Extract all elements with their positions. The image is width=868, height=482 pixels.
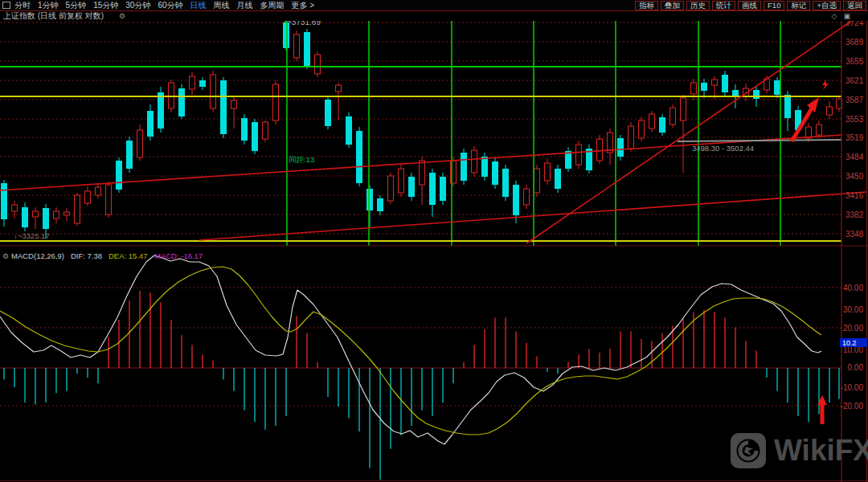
candle: [388, 173, 394, 204]
annotation-label-3: 3498.30 - 3502.44: [692, 144, 754, 153]
tool-button-2[interactable]: 历史: [686, 1, 710, 10]
timeframe-menu: 分时1分钟5分钟15分钟30分钟60分钟日线周线月线多周期更多 >: [14, 0, 321, 10]
timeframe-item-1[interactable]: 1分钟: [38, 0, 59, 10]
timeframe-item-0[interactable]: 分时: [14, 0, 31, 10]
candle: [211, 71, 216, 112]
candle: [294, 31, 300, 61]
candle: [33, 207, 39, 229]
candle: [555, 165, 561, 193]
timeframe-item-5[interactable]: 60分钟: [158, 0, 182, 10]
macd-dif-value: DIF: 7.38: [71, 251, 102, 260]
price-tick: 3587: [845, 96, 864, 104]
annotation-label-1: ↓~3325.17: [14, 231, 50, 240]
candle: [628, 122, 634, 152]
tool-button-0[interactable]: 指标: [635, 1, 658, 10]
price-gridlines: [0, 22, 841, 234]
candle: [399, 165, 404, 197]
candle: [304, 29, 310, 69]
candle: [336, 83, 342, 120]
timeframe-item-6[interactable]: 日线: [190, 0, 207, 10]
window-icon[interactable]: [2, 2, 10, 9]
candle: [366, 185, 373, 227]
trendline: [199, 192, 866, 240]
tool-button-1[interactable]: 叠加: [661, 1, 684, 10]
page-title: 上证指数 (日线 前复权 对数): [3, 11, 104, 21]
candle: [220, 77, 227, 138]
dif-line: [0, 255, 821, 444]
candle: [534, 165, 540, 197]
candle: [346, 112, 352, 148]
gray-range-line: [678, 140, 841, 141]
candle: [325, 96, 331, 129]
timeframe-item-9[interactable]: 多周期: [260, 0, 285, 10]
candle: [649, 111, 655, 132]
diamond-icon[interactable]: ◇: [832, 12, 844, 20]
candle: [263, 120, 268, 142]
macd-tick: 30.00: [843, 305, 863, 314]
candle: [502, 165, 509, 201]
macd-macd-value: MACD: -16.17: [154, 251, 203, 260]
macd-name: MACD(12,26,9): [11, 251, 64, 260]
candle: [722, 71, 728, 96]
annotation-label-0: ↑~3731.69: [283, 21, 321, 27]
candle: [158, 87, 164, 133]
tool-button-5[interactable]: F10: [764, 1, 784, 10]
timeframe-item-2[interactable]: 5分钟: [66, 0, 87, 10]
tool-button-4[interactable]: 画线: [738, 1, 761, 10]
dea-line: [0, 267, 821, 435]
timeframe-item-10[interactable]: 更多 >: [292, 0, 315, 10]
candle: [617, 135, 624, 161]
timeframe-item-4[interactable]: 30分钟: [125, 0, 150, 10]
candle: [681, 95, 686, 173]
timeframe-toolbar: 分时1分钟5分钟15分钟30分钟60分钟日线周线月线多周期更多 > 指标叠加历史…: [0, 0, 868, 11]
candle: [241, 114, 248, 145]
candle: [429, 169, 436, 217]
gear-icon[interactable]: ⚙: [119, 11, 125, 21]
candle: [178, 84, 185, 119]
tool-button-6[interactable]: 标记: [787, 1, 810, 10]
drawn-lines-overlay[interactable]: [0, 21, 868, 246]
candle: [461, 149, 467, 185]
panel-toggle-icon[interactable]: ▣: [843, 12, 857, 20]
macd-dea-value: DEA: 15.47: [108, 251, 148, 260]
candle: [106, 182, 112, 218]
toolbar-right: 指标叠加历史统计画线F10标记+自选返回: [633, 1, 868, 10]
timeframe-item-7[interactable]: 周线: [214, 0, 230, 10]
candle: [22, 202, 28, 231]
tool-button-8[interactable]: 返回: [843, 1, 866, 10]
price-tick: 3655: [845, 57, 864, 66]
timeframe-item-3[interactable]: 15分钟: [93, 0, 118, 10]
candle: [586, 145, 592, 174]
chart-title-bar: 上证指数 (日线 前复权 对数) ⚙ ◇▣: [0, 11, 868, 21]
price-tick: 3450: [845, 172, 864, 181]
macd-tick: 20.00: [843, 324, 863, 333]
chart-canvas[interactable]: ⚙MACD(12,26,9)DIF: 7.38DEA: 15.47MACD: -…: [0, 21, 868, 482]
candle: [190, 72, 195, 95]
candle: [597, 135, 603, 164]
tool-button-3[interactable]: 统计: [712, 1, 735, 10]
price-tick: 3689: [845, 38, 864, 47]
candle: [64, 208, 70, 221]
candle: [126, 137, 133, 173]
candle: [691, 79, 697, 100]
macd-pane[interactable]: ⚙MACD(12,26,9)DIF: 7.38DEA: 15.47MACD: -…: [0, 251, 841, 480]
candle: [565, 147, 571, 172]
candle: [576, 141, 582, 169]
candle: [85, 186, 91, 206]
macd-tick: -20.00: [841, 402, 864, 411]
price-tick: 3416: [845, 191, 864, 200]
candle: [137, 125, 143, 161]
candle: [96, 183, 101, 198]
candle: [712, 76, 718, 99]
candlestick-series: [1, 21, 842, 239]
tool-button-7[interactable]: +自选: [813, 1, 841, 10]
bolt-marker: [822, 80, 829, 90]
candle: [12, 201, 18, 219]
timeframe-item-8[interactable]: 月线: [237, 0, 253, 10]
candle: [608, 129, 613, 165]
macd-tick: -10.00: [841, 383, 864, 392]
candle: [147, 104, 154, 141]
candle: [440, 173, 446, 205]
price-tick: 3484: [845, 153, 864, 161]
price-tick: 3553: [845, 115, 864, 124]
